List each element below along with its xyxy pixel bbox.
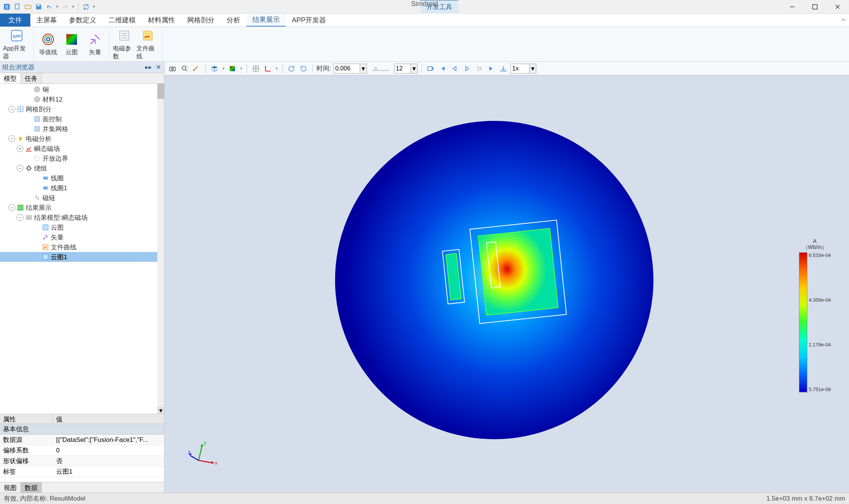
crosshair-icon[interactable]: [251, 64, 261, 74]
speed-input[interactable]: [511, 64, 529, 74]
menu-tab-7[interactable]: APP开发器: [286, 14, 332, 27]
tree-item-10[interactable]: 线圈1: [0, 183, 164, 193]
timeline-icon[interactable]: [369, 64, 392, 74]
tree-scrollbar[interactable]: ▾: [157, 84, 164, 414]
cube-icon[interactable]: [210, 64, 219, 74]
tree-toggle-icon[interactable]: +: [17, 145, 23, 152]
maximize-button[interactable]: [804, 0, 826, 13]
scrollbar-thumb[interactable]: [157, 84, 164, 99]
tree-item-8[interactable]: −绕组: [0, 163, 164, 173]
menu-tab-5[interactable]: 分析: [221, 14, 246, 27]
tree-item-4[interactable]: 并集网格: [0, 124, 164, 134]
bottom-tab-1[interactable]: 数据: [21, 482, 42, 493]
tree-item-1[interactable]: 材料12: [0, 94, 164, 104]
svg-text:x: x: [215, 460, 217, 466]
chevron-down-icon[interactable]: ▾: [411, 64, 418, 74]
save-icon[interactable]: [34, 2, 43, 11]
viewport-3d[interactable]: x y z A （Wb/m） 6.533e-044.356e-042.178e-…: [164, 75, 849, 493]
new-icon[interactable]: [13, 2, 22, 11]
bottom-tab-0[interactable]: 视图: [0, 482, 21, 493]
tree-item-13[interactable]: −结果模型:瞬态磁场: [0, 213, 164, 222]
props-row-2[interactable]: 形状偏移 否: [0, 456, 164, 466]
skip-last-icon[interactable]: [486, 64, 496, 74]
tree-item-15[interactable]: 矢量: [0, 232, 164, 242]
frame-input[interactable]: [394, 64, 411, 74]
chevron-down-icon[interactable]: ▼: [275, 67, 279, 70]
panel-close-icon[interactable]: ✕: [155, 64, 162, 71]
chevron-down-icon[interactable]: ▼: [240, 67, 243, 70]
ribbon-cloud-plot-icon[interactable]: 云图: [60, 28, 83, 60]
tree-label: 磁链: [42, 194, 55, 202]
record-icon[interactable]: [426, 64, 435, 74]
props-row-3[interactable]: 标签 云图1: [0, 466, 164, 477]
props-row-0[interactable]: 数据源 [{"DataSet":["Fusion-Face1","F...: [0, 435, 164, 445]
export-icon[interactable]: [498, 64, 508, 74]
close-button[interactable]: [826, 0, 849, 13]
zoom-fit-icon[interactable]: [180, 64, 190, 74]
tree-toggle-icon[interactable]: −: [17, 165, 23, 172]
svg-rect-3: [813, 5, 817, 9]
tree-item-7[interactable]: 开放边界: [0, 153, 164, 163]
refresh-icon[interactable]: [81, 2, 91, 11]
tree-toggle-icon[interactable]: −: [8, 204, 15, 211]
ribbon-app-icon[interactable]: APP App开发器: [3, 28, 30, 60]
axis-triad-icon: x y z: [187, 440, 218, 470]
props-row-1[interactable]: 偏移系数 0: [0, 445, 164, 456]
menu-tab-1[interactable]: 参数定义: [63, 14, 102, 27]
chevron-down-icon[interactable]: ▼: [92, 5, 96, 9]
logo-icon[interactable]: [2, 2, 11, 11]
play-icon[interactable]: [462, 64, 472, 74]
ribbon-vector-icon[interactable]: 矢量: [84, 28, 107, 60]
ribbon-contour-icon[interactable]: 等值线: [37, 28, 60, 60]
tree-item-12[interactable]: −结果展示: [0, 203, 164, 213]
panel-forward-icon[interactable]: ▸▸: [145, 64, 152, 71]
colormap-icon[interactable]: [227, 64, 237, 74]
step-back-icon[interactable]: [450, 64, 460, 74]
undo-icon[interactable]: [45, 2, 54, 11]
chevron-down-icon[interactable]: ▼: [55, 5, 59, 9]
camera-icon[interactable]: [168, 64, 177, 74]
ribbon-em-params-icon[interactable]: 电磁参数: [113, 28, 136, 60]
ribbon-expand-icon[interactable]: [838, 14, 849, 27]
tree-toggle-icon[interactable]: −: [8, 135, 15, 142]
menu-tab-4[interactable]: 网格剖分: [181, 14, 221, 27]
scrollbar-down-icon[interactable]: ▾: [157, 407, 164, 414]
step-forward-icon[interactable]: [474, 64, 484, 74]
redo-icon[interactable]: [61, 2, 70, 11]
chevron-down-icon[interactable]: ▾: [529, 64, 536, 74]
model-tree[interactable]: 铜材料12−网格剖分面控制并集网格−电磁分析+瞬态磁场开放边界−绕组线圈线圈1磁…: [0, 84, 164, 414]
menu-tab-0[interactable]: 主屏幕: [30, 14, 63, 27]
axes-icon[interactable]: [263, 64, 273, 74]
chevron-down-icon[interactable]: ▼: [71, 5, 75, 9]
minimize-button[interactable]: [781, 0, 804, 13]
props-key: 形状偏移: [0, 457, 53, 465]
chevron-down-icon[interactable]: ▼: [222, 67, 225, 70]
legend-var: A: [813, 238, 816, 244]
rotate-cw-icon[interactable]: [287, 64, 296, 74]
open-icon[interactable]: [23, 2, 33, 11]
panel-tab-1[interactable]: 任务: [21, 73, 42, 83]
ribbon-file-curve-icon[interactable]: 文件曲线: [136, 28, 159, 60]
tree-item-3[interactable]: 面控制: [0, 114, 164, 124]
tree-item-2[interactable]: −网格剖分: [0, 104, 164, 114]
brush-icon[interactable]: [192, 64, 202, 74]
file-menu[interactable]: 文件: [0, 14, 30, 27]
menu-tab-2[interactable]: 二维建模: [102, 14, 142, 27]
tree-item-0[interactable]: 铜: [0, 85, 164, 94]
tree-toggle-icon[interactable]: −: [8, 106, 15, 113]
tree-item-17[interactable]: 云图1: [0, 252, 164, 262]
tree-item-16[interactable]: 文件曲线: [0, 242, 164, 252]
tree-item-5[interactable]: −电磁分析: [0, 134, 164, 144]
menu-tab-6[interactable]: 结果展示: [246, 14, 286, 27]
tree-item-6[interactable]: +瞬态磁场: [0, 144, 164, 153]
tree-item-9[interactable]: 线圈: [0, 173, 164, 183]
time-input[interactable]: [334, 64, 360, 74]
skip-first-icon[interactable]: [438, 64, 448, 74]
tree-item-11[interactable]: 磁链: [0, 193, 164, 203]
rotate-ccw-icon[interactable]: [299, 64, 309, 74]
menu-tab-3[interactable]: 材料属性: [142, 14, 181, 27]
tree-toggle-icon[interactable]: −: [17, 214, 23, 221]
panel-tab-0[interactable]: 模型: [0, 73, 21, 83]
tree-item-14[interactable]: 云图: [0, 222, 164, 232]
chevron-down-icon[interactable]: ▾: [360, 64, 367, 74]
